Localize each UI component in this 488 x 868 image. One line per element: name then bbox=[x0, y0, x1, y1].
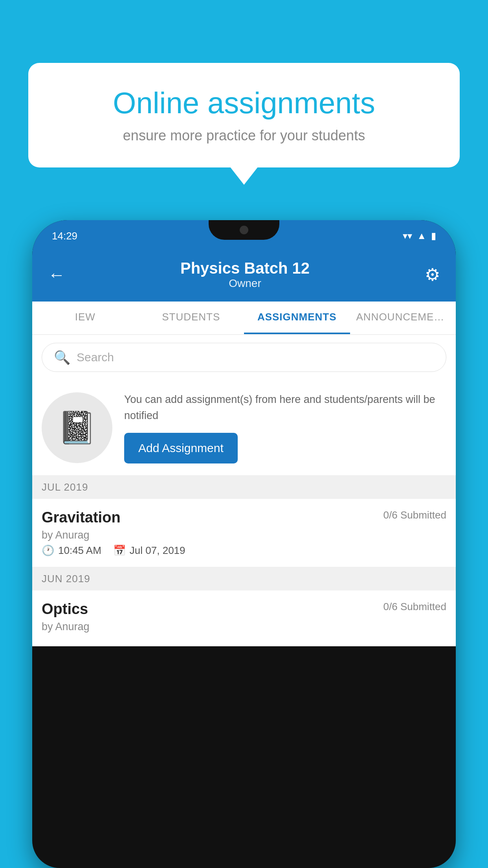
search-bar[interactable]: 🔍 Search bbox=[42, 343, 446, 372]
promo-subtitle: ensure more practice for your students bbox=[56, 127, 432, 144]
phone-frame: 14:29 ▾▾ ▲ ▮ ← Physics Batch 12 Owner ⚙ … bbox=[32, 220, 456, 868]
notebook-icon: 📓 bbox=[57, 409, 97, 446]
assignment-item-optics[interactable]: Optics 0/6 Submitted by Anurag bbox=[32, 590, 456, 646]
month-section-jun: JUN 2019 bbox=[32, 567, 456, 590]
header-subtitle: Owner bbox=[180, 277, 310, 290]
assignment-submitted-optics: 0/6 Submitted bbox=[383, 601, 446, 613]
search-container: 🔍 Search bbox=[32, 335, 456, 380]
assignment-item-optics-top: Optics 0/6 Submitted bbox=[42, 601, 446, 618]
assignment-time-gravitation: 🕐 10:45 AM bbox=[42, 544, 101, 557]
status-time: 14:29 bbox=[52, 230, 77, 242]
assignment-name-optics: Optics bbox=[42, 601, 88, 618]
notch bbox=[209, 220, 279, 240]
add-assignment-button[interactable]: Add Assignment bbox=[124, 433, 238, 463]
signal-icon: ▲ bbox=[417, 230, 426, 241]
month-label-jun: JUN 2019 bbox=[42, 573, 90, 585]
tab-announcements[interactable]: ANNOUNCEMENTS bbox=[350, 302, 456, 334]
tab-assignments[interactable]: ASSIGNMENTS bbox=[244, 302, 350, 334]
assignment-date-gravitation: 📅 Jul 07, 2019 bbox=[113, 544, 185, 557]
promo-title: Online assignments bbox=[56, 86, 432, 120]
promo-section: Online assignments ensure more practice … bbox=[28, 63, 460, 167]
assignment-date-text: Jul 07, 2019 bbox=[130, 544, 185, 557]
assignment-promo-card: 📓 You can add assignment(s) from here an… bbox=[32, 380, 456, 476]
camera bbox=[240, 226, 248, 234]
assignment-time-text: 10:45 AM bbox=[58, 544, 101, 557]
assignment-promo-text: You can add assignment(s) from here and … bbox=[124, 392, 446, 463]
search-icon: 🔍 bbox=[54, 349, 70, 365]
tabs-bar: IEW STUDENTS ASSIGNMENTS ANNOUNCEMENTS bbox=[32, 302, 456, 335]
status-icons: ▾▾ ▲ ▮ bbox=[403, 230, 436, 241]
assignment-submitted-gravitation: 0/6 Submitted bbox=[383, 509, 446, 521]
settings-button[interactable]: ⚙ bbox=[425, 265, 440, 285]
assignment-meta-gravitation: 🕐 10:45 AM 📅 Jul 07, 2019 bbox=[42, 544, 446, 557]
status-bar: 14:29 ▾▾ ▲ ▮ bbox=[32, 220, 456, 252]
tab-overview[interactable]: IEW bbox=[32, 302, 138, 334]
assignment-by-gravitation: by Anurag bbox=[42, 529, 446, 541]
tab-students[interactable]: STUDENTS bbox=[138, 302, 244, 334]
notebook-icon-circle: 📓 bbox=[42, 392, 112, 463]
calendar-icon: 📅 bbox=[113, 544, 126, 557]
wifi-icon: ▾▾ bbox=[403, 230, 412, 241]
assignment-promo-desc: You can add assignment(s) from here and … bbox=[124, 392, 446, 423]
assignment-item-top: Gravitation 0/6 Submitted bbox=[42, 509, 446, 526]
header-center: Physics Batch 12 Owner bbox=[180, 259, 310, 290]
app-header: ← Physics Batch 12 Owner ⚙ bbox=[32, 252, 456, 302]
assignment-item-gravitation[interactable]: Gravitation 0/6 Submitted by Anurag 🕐 10… bbox=[32, 499, 456, 567]
battery-icon: ▮ bbox=[431, 230, 436, 241]
clock-icon: 🕐 bbox=[42, 544, 54, 557]
month-label-jul: JUL 2019 bbox=[42, 481, 88, 493]
month-section-jul: JUL 2019 bbox=[32, 476, 456, 499]
header-title: Physics Batch 12 bbox=[180, 259, 310, 277]
phone-content: 🔍 Search 📓 You can add assignment(s) fro… bbox=[32, 335, 456, 646]
back-button[interactable]: ← bbox=[48, 265, 65, 285]
assignment-name-gravitation: Gravitation bbox=[42, 509, 121, 526]
speech-bubble: Online assignments ensure more practice … bbox=[28, 63, 460, 167]
assignment-by-optics: by Anurag bbox=[42, 621, 446, 633]
search-placeholder: Search bbox=[77, 351, 114, 364]
